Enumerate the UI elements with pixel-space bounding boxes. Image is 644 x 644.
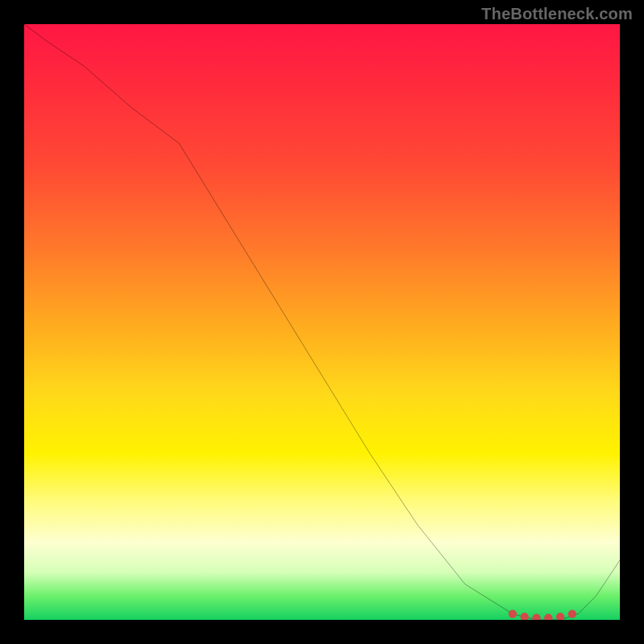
bottleneck-curve-svg xyxy=(24,24,620,620)
marker-dot xyxy=(544,614,552,620)
marker-dot xyxy=(520,613,528,620)
marker-dot xyxy=(568,609,576,617)
marker-dot xyxy=(509,609,517,617)
watermark-text: TheBottleneck.com xyxy=(481,5,633,23)
optimal-range-markers xyxy=(509,609,576,620)
marker-dot xyxy=(556,613,564,620)
plot-area xyxy=(24,24,620,620)
marker-dot xyxy=(532,614,540,620)
bottleneck-curve xyxy=(24,24,620,620)
chart-frame: TheBottleneck.com xyxy=(0,0,644,644)
